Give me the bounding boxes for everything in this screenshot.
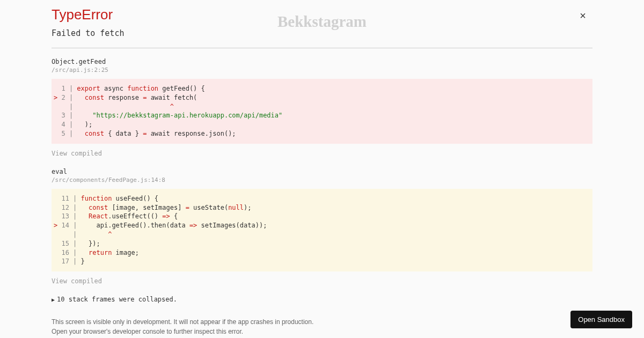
collapsed-frames-toggle[interactable]: ▶10 stack frames were collapsed. — [52, 296, 592, 303]
code-line: | ^ — [54, 102, 590, 112]
stack-frame-method: eval — [52, 168, 592, 175]
code-line: | ^ — [54, 230, 590, 239]
error-overlay: × TypeError Failed to fetch Object.getFe… — [0, 0, 644, 338]
stack-frame-location: /src/components/FeedPage.js:14:8 — [52, 177, 592, 183]
view-compiled-link[interactable]: View compiled — [52, 150, 102, 157]
collapsed-frames-label: 10 stack frames were collapsed. — [57, 296, 177, 303]
footer-line: This screen is visible only in developme… — [52, 317, 592, 327]
error-type: TypeError — [52, 6, 592, 23]
error-message: Failed to fetch — [52, 28, 592, 38]
code-line: 16 | return image; — [54, 248, 590, 258]
code-line: 13 | React.useEffect(() => { — [54, 212, 590, 221]
code-line: 1 | export async function getFeed() { — [54, 84, 590, 93]
code-line: 12 | const [image, setImages] = useState… — [54, 203, 590, 212]
code-line: > 2 | const response = await fetch( — [54, 93, 590, 102]
stack-frame-method: Object.getFeed — [52, 58, 592, 65]
view-compiled-link[interactable]: View compiled — [52, 277, 102, 285]
code-block-error: 1 | export async function getFeed() {> 2… — [52, 79, 592, 144]
divider — [52, 48, 592, 48]
code-line: 11 | function useFeed() { — [54, 194, 590, 203]
code-line: > 14 | api.getFeed().then(data => setIma… — [54, 221, 590, 230]
footer-line: Open your browser's developer console to… — [52, 327, 592, 336]
code-block-warn: 11 | function useFeed() { 12 | const [im… — [52, 189, 592, 271]
close-icon[interactable]: × — [580, 10, 586, 22]
code-line: 17 | } — [54, 257, 590, 266]
code-line: 3 | "https://bekkstagram-api.herokuapp.c… — [54, 111, 590, 120]
code-line: 15 | }); — [54, 239, 590, 248]
footer-note: This screen is visible only in developme… — [52, 317, 592, 338]
open-sandbox-button[interactable]: Open Sandbox — [570, 311, 632, 328]
stack-frame-location: /src/api.js:2:25 — [52, 67, 592, 74]
code-line: 5 | const { data } = await response.json… — [54, 129, 590, 138]
code-line: 4 | ); — [54, 120, 590, 129]
chevron-right-icon: ▶ — [52, 297, 55, 303]
